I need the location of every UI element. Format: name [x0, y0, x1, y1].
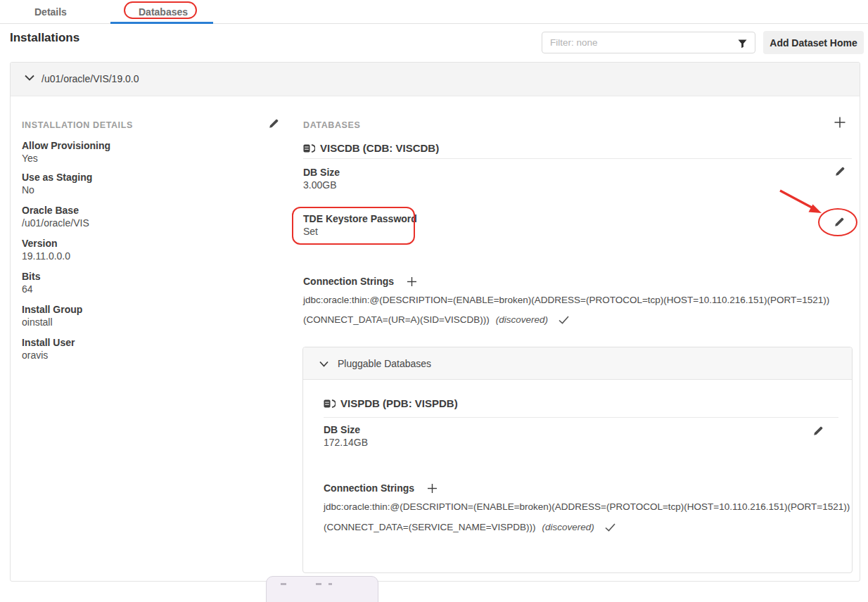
cdb-title-row: VISCDB (CDB: VISCDB) — [303, 142, 439, 154]
installation-card: /u01/oracle/VIS/19.0.0 INSTALLATION DETA… — [10, 62, 860, 582]
discovered-note: (discovered) — [496, 314, 548, 325]
field-label: Install Group — [22, 304, 82, 315]
pdb-connection-string-line2: (CONNECT_DATA=(SERVICE_NAME=VISPDB))) (d… — [324, 522, 615, 532]
discovered-note: (discovered) — [542, 522, 594, 532]
cutoff-text-fragment — [328, 583, 332, 585]
database-icon — [324, 399, 336, 409]
field-label: Oracle Base — [22, 205, 79, 216]
installation-card-header[interactable]: /u01/oracle/VIS/19.0.0 — [11, 63, 860, 96]
cdb-connection-string-line1: jdbc:oracle:thin:@(DESCRIPTION=(ENABLE=b… — [303, 295, 829, 305]
page-title: Installations — [10, 31, 79, 45]
edit-installation-details-pencil-icon[interactable] — [268, 119, 279, 129]
add-database-plus-icon[interactable] — [834, 116, 846, 129]
tde-keystore-password-value: Set — [303, 226, 318, 237]
cutoff-text-fragment — [316, 583, 321, 585]
tab-databases[interactable]: Databases — [139, 6, 188, 18]
field-label: Bits — [22, 271, 40, 282]
field-label: Use as Staging — [22, 172, 92, 183]
filter-funnel-icon[interactable] — [738, 39, 747, 51]
database-icon — [303, 143, 315, 153]
cdb-connection-strings-row: Connection Strings — [303, 276, 417, 287]
check-icon — [605, 523, 615, 532]
field-value: /u01/oracle/VIS — [22, 217, 89, 229]
connection-strings-label: Connection Strings — [324, 482, 414, 494]
divider — [303, 158, 852, 159]
tab-bar: Details Databases — [0, 0, 868, 24]
installation-details-title: INSTALLATION DETAILS — [22, 120, 133, 130]
pdb-connection-string-line1: jdbc:oracle:thin:@(DESCRIPTION=(ENABLE=b… — [324, 501, 850, 512]
cdb-title: VISCDB (CDB: VISCDB) — [320, 142, 439, 154]
connection-string-text: (CONNECT_DATA=(SERVICE_NAME=VISPDB))) — [324, 522, 536, 532]
filter-input[interactable] — [542, 32, 755, 53]
active-tab-underline — [110, 22, 213, 24]
tab-details[interactable]: Details — [34, 6, 67, 18]
add-connection-string-plus-icon[interactable] — [407, 276, 417, 287]
cutoff-button[interactable] — [266, 576, 378, 602]
pdb-connection-strings-row: Connection Strings — [324, 482, 438, 494]
pdb-title: VISPDB (PDB: VISPDB) — [340, 397, 458, 409]
db-size-label: DB Size — [324, 424, 360, 435]
field-value: 19.11.0.0.0 — [22, 250, 70, 262]
chevron-down-icon[interactable] — [319, 361, 328, 367]
divider — [324, 417, 838, 418]
pluggable-databases-title: Pluggable Databases — [338, 358, 431, 369]
field-value: 64 — [22, 283, 33, 295]
field-label: Version — [22, 238, 58, 249]
cdb-connection-string-line2: (CONNECT_DATA=(UR=A)(SID=VISCDB))) (disc… — [303, 314, 569, 325]
connection-string-text: (CONNECT_DATA=(UR=A)(SID=VISCDB))) — [303, 314, 490, 325]
cutoff-text-fragment — [281, 583, 286, 585]
db-size-label: DB Size — [303, 167, 340, 178]
tde-keystore-password-label: TDE Keystore Password — [303, 213, 417, 224]
field-value: oinstall — [22, 316, 53, 328]
chevron-down-icon[interactable] — [25, 75, 34, 81]
field-label: Install User — [22, 337, 75, 348]
check-icon — [559, 316, 569, 324]
filter-input-container — [542, 32, 755, 53]
add-connection-string-plus-icon[interactable] — [427, 483, 438, 494]
db-size-value: 3.00GB — [303, 179, 336, 191]
edit-db-size-pencil-icon[interactable] — [834, 167, 845, 177]
pluggable-databases-panel: Pluggable Databases VISPDB (PDB: VISPDB)… — [302, 347, 853, 573]
db-size-value: 172.14GB — [324, 437, 368, 448]
field-label: Allow Provisioning — [22, 140, 110, 151]
add-dataset-home-button[interactable]: Add Dataset Home — [763, 31, 864, 54]
connection-strings-label: Connection Strings — [303, 276, 394, 287]
edit-tde-keystore-pencil-icon[interactable] — [834, 217, 844, 228]
databases-section-title: DATABASES — [303, 120, 360, 130]
field-value: No — [22, 184, 34, 196]
edit-db-size-pencil-icon[interactable] — [812, 426, 823, 437]
field-value: oravis — [22, 350, 48, 361]
field-value: Yes — [22, 153, 38, 164]
pluggable-databases-header[interactable]: Pluggable Databases — [303, 347, 852, 380]
installation-path: /u01/oracle/VIS/19.0.0 — [42, 73, 139, 84]
pdb-title-row: VISPDB (PDB: VISPDB) — [324, 397, 458, 409]
